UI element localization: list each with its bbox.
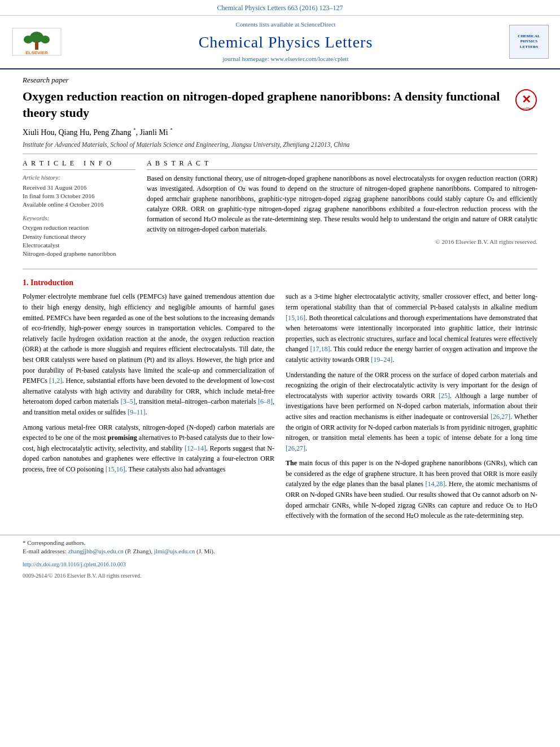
doi-link[interactable]: http://dx.doi.org/10.1016/j.cplett.2016.… [23, 561, 126, 567]
footnote-section: * Corresponding authors. E-mail addresse… [0, 535, 560, 558]
svg-text:ELSEVIER: ELSEVIER [25, 50, 48, 55]
article-abstract-section: A R T I C L E I N F O Article history: R… [23, 159, 537, 263]
svg-rect-4 [35, 42, 38, 50]
cpl-logo: CHEMICALPHYSICSLETTERS [509, 25, 549, 59]
email-mi[interactable]: jlmi@ujs.edu.cn [154, 548, 195, 554]
body-left-col: Polymer electrolyte membrane fuel cells … [23, 291, 274, 525]
journal-header-center: Contents lists available at ScienceDirec… [62, 20, 509, 64]
body-right-col: such as a 3-time higher electrocatalytic… [286, 291, 537, 525]
final-form-date: In final form 3 October 2016 [23, 192, 135, 200]
author-4: Jianli Mi * [139, 128, 172, 137]
ref-14-28[interactable]: [14,28] [426, 480, 445, 488]
intro-para-2: Among various metal-free ORR catalysts, … [23, 422, 274, 475]
available-date: Available online 4 October 2016 [23, 200, 135, 209]
intro-para-1: Polymer electrolyte membrane fuel cells … [23, 291, 274, 417]
ref-19-24[interactable]: [19–24] [371, 356, 392, 364]
ref-15-16[interactable]: [15,16] [106, 465, 125, 473]
journal-title: Chemical Physics Letters [62, 31, 509, 53]
ref-26-27[interactable]: [26,27] [491, 413, 510, 421]
ref-9-11[interactable]: [9–11] [128, 408, 146, 416]
right-para-1: such as a 3-time higher electrocatalytic… [286, 291, 537, 365]
keyword-2: Density functional theory [23, 233, 135, 241]
ref-17-18[interactable]: [17,18] [310, 345, 330, 353]
ref-1-2[interactable]: [1,2] [49, 377, 62, 385]
keyword-4: Nitrogen-doped graphene nanoribbon [23, 250, 135, 258]
body-section: 1. Introduction Polymer electrolyte memb… [0, 269, 560, 531]
ref-6-8[interactable]: [6–8] [258, 397, 273, 405]
svg-point-2 [24, 36, 33, 43]
elsevier-logo-svg: ELSEVIER [11, 27, 62, 56]
author-1: Xiuli Hou, [23, 128, 58, 137]
journal-homepage: journal homepage: www.elsevier.com/locat… [62, 55, 509, 63]
footnote-emails: E-mail addresses: zhangjjhb@ujs.edu.cn (… [23, 547, 537, 556]
introduction-header: 1. Introduction [23, 277, 537, 289]
ref-25[interactable]: [25] [439, 392, 450, 400]
authors-line: Xiuli Hou, Qiang Hu, Peng Zhang *, Jianl… [23, 126, 537, 138]
journal-citation: Chemical Physics Letters 663 (2016) 123–… [0, 0, 560, 16]
journal-header: ELSEVIER Contents lists available at Sci… [0, 16, 560, 69]
right-para-3: The main focus of this paper is on the N… [286, 458, 537, 521]
journal-citation-text: Chemical Physics Letters 663 (2016) 123–… [217, 4, 343, 12]
article-info-header: A R T I C L E I N F O [23, 159, 135, 170]
body-two-column: Polymer electrolyte membrane fuel cells … [23, 291, 537, 525]
abstract-panel: A B S T R A C T Based on density functio… [147, 159, 537, 263]
crossmark-logo[interactable]: ✕ CrossMark [515, 89, 537, 111]
svg-point-3 [41, 36, 50, 43]
paper-section: Research paper Oxygen reduction reaction… [0, 69, 560, 269]
right-para-2: Understanding the nature of the ORR proc… [286, 370, 537, 454]
article-info-panel: A R T I C L E I N F O Article history: R… [23, 159, 135, 263]
paper-type-label: Research paper [23, 75, 537, 85]
svg-text:✕: ✕ [522, 93, 531, 106]
abstract-header: A B S T R A C T [147, 159, 537, 170]
received-date: Received 31 August 2016 [23, 184, 135, 192]
sciencedirect-link[interactable]: ScienceDirect [301, 21, 336, 28]
keywords-group: Keywords: Oxygen reduction reaction Dens… [23, 214, 135, 259]
history-label: Article history: [23, 173, 135, 182]
doi-section: http://dx.doi.org/10.1016/j.cplett.2016.… [0, 558, 560, 571]
ref-3-5[interactable]: [3–5] [121, 397, 135, 405]
svg-text:CrossMark: CrossMark [519, 107, 533, 110]
keyword-1: Oxygen reduction reaction [23, 224, 135, 232]
author-2: Qiang Hu, [58, 128, 93, 137]
ref-12-14[interactable]: [12–14] [185, 444, 206, 452]
author-3: Peng Zhang *, [93, 128, 139, 137]
paper-title-text: Oxygen reduction reaction on nitrogen-do… [23, 89, 509, 121]
keyword-3: Electrocatalyst [23, 241, 135, 250]
copyright-bottom: 0009-2614/© 2016 Elsevier B.V. All right… [0, 571, 560, 581]
abstract-copyright: © 2016 Elsevier B.V. All rights reserved… [147, 238, 537, 246]
footnote-star: * Corresponding authors. [23, 539, 537, 547]
ref-26-27-b[interactable]: [26,27] [286, 444, 305, 452]
abstract-text: Based on density functional theory, use … [147, 173, 537, 234]
email-zhang[interactable]: zhangjjhb@ujs.edu.cn [68, 548, 124, 554]
article-history: Article history: Received 31 August 2016… [23, 173, 135, 209]
divider-1 [23, 154, 537, 154]
affiliation: Institute for Advanced Materials, School… [23, 140, 537, 149]
paper-title-row: Oxygen reduction reaction on nitrogen-do… [23, 89, 537, 121]
elsevier-logo: ELSEVIER [11, 27, 62, 56]
ref-15-16-r[interactable]: [15,16] [286, 314, 305, 322]
contents-line: Contents lists available at ScienceDirec… [62, 20, 509, 29]
keywords-label: Keywords: [23, 214, 135, 222]
